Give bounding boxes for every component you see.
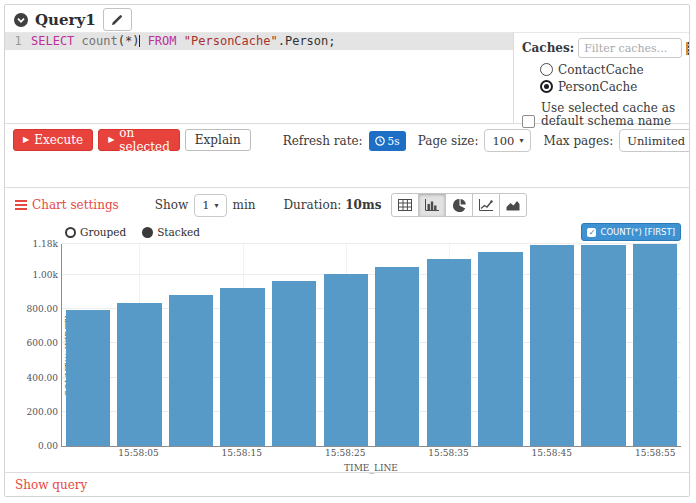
bar-chart-icon (425, 199, 439, 211)
clock-icon (375, 136, 385, 146)
cache-option-contactcache[interactable]: ContactCache (540, 61, 681, 78)
refresh-rate-button[interactable]: 5s (369, 131, 406, 151)
chevron-down-icon: ▾ (215, 201, 219, 210)
x-tick-label: 15:58:55 (635, 448, 675, 458)
play-icon: ▶ (108, 136, 114, 144)
chart-type-area-button[interactable] (499, 193, 527, 217)
show-label: Show (155, 198, 188, 212)
query-section: 1 SELECT count(*) FROM "PersonCache".Per… (5, 33, 689, 123)
check-icon: ✓ (587, 228, 596, 237)
table-icon (398, 199, 412, 211)
sql-code: SELECT count(*) FROM "PersonCache".Perso… (31, 33, 336, 50)
bar[interactable] (66, 310, 110, 446)
y-tick-label: 200.00 (14, 407, 58, 417)
chevron-down-circle-icon[interactable] (14, 13, 28, 27)
x-tick-label: 15:58:35 (428, 448, 468, 458)
line-number: 1 (5, 33, 31, 50)
bar-slot (629, 244, 681, 446)
x-axis-labels: 15:58:0515:58:1515:58:2515:58:3515:58:45… (61, 448, 681, 461)
query-title: Query1 (35, 11, 96, 29)
execute-button[interactable]: ▶ Execute (13, 129, 93, 151)
bar-slot (475, 244, 527, 446)
max-pages-label: Max pages: (543, 134, 613, 148)
caches-panel: Caches: ContactCachePersonCache Use sele… (513, 33, 689, 123)
plot-wrapper: COUNT(*) [FIRST] 0.00200.00400.00600.008… (61, 244, 681, 447)
show-duration-select[interactable]: 1▾ (194, 194, 226, 217)
bar-slot (578, 244, 630, 446)
chart-type-table-button[interactable] (391, 193, 419, 217)
footer-row: Show query (5, 472, 689, 497)
x-axis-title: TIME_LINE (61, 463, 681, 473)
default-schema-label: Use selected cache as default schema nam… (541, 102, 681, 128)
bar[interactable] (272, 281, 316, 446)
sql-editor[interactable]: 1 SELECT count(*) FROM "PersonCache".Per… (5, 33, 513, 123)
x-tick-label: 15:58:15 (222, 448, 262, 458)
bar[interactable] (427, 259, 471, 446)
bar-slot (165, 244, 217, 446)
bar-slot (423, 244, 475, 446)
pencil-icon (111, 14, 123, 26)
chart-type-pie-button[interactable] (445, 193, 473, 217)
legend-grouped[interactable]: Grouped (65, 226, 126, 238)
bar[interactable] (633, 244, 677, 446)
radio-icon[interactable] (540, 63, 553, 76)
bar[interactable] (117, 303, 161, 446)
cache-stack-icon[interactable] (686, 42, 690, 55)
cache-option-label: PersonCache (558, 80, 637, 94)
bar[interactable] (375, 267, 419, 446)
area-chart-icon (506, 199, 520, 211)
refresh-rate-label: Refresh rate: (283, 134, 363, 148)
bar-slot (268, 244, 320, 446)
duration-label: Duration: (284, 198, 342, 212)
bar[interactable] (220, 288, 264, 446)
radio-selected-icon[interactable] (540, 80, 553, 93)
chevron-down-icon: ▾ (519, 136, 523, 145)
edit-query-button[interactable] (103, 8, 132, 31)
bar[interactable] (169, 295, 213, 446)
hamburger-icon (15, 198, 27, 212)
controls-row: ▶ Execute ▶ Execute on selected node Exp… (5, 123, 689, 187)
bar-slot (526, 244, 578, 446)
chart-type-button-group (391, 193, 527, 217)
play-icon: ▶ (23, 136, 29, 144)
duration-value: 10ms (345, 198, 381, 212)
bar-slot (114, 244, 166, 446)
chart-settings-toggle[interactable]: Chart settings (15, 198, 119, 212)
bar-slot (371, 244, 423, 446)
x-tick-label: 15:58:45 (532, 448, 572, 458)
y-tick-label: 600.00 (14, 338, 58, 348)
bar[interactable] (478, 252, 522, 446)
max-pages-select[interactable]: Unlimited▾ (619, 129, 690, 152)
y-tick-label: 400.00 (14, 373, 58, 383)
bar[interactable] (530, 245, 574, 446)
bars (62, 244, 681, 446)
y-tick-label: 0.00 (14, 441, 58, 451)
cache-option-personcache[interactable]: PersonCache (540, 78, 681, 95)
chart-type-line-button[interactable] (472, 193, 500, 217)
cache-options: ContactCachePersonCache (540, 61, 681, 95)
caches-label: Caches: (522, 41, 574, 55)
y-tick-label: 800.00 (14, 304, 58, 314)
line-chart-icon (479, 199, 493, 211)
y-tick-label: 1.00k (14, 270, 58, 280)
cache-filter-input[interactable] (578, 38, 682, 58)
sql-code-line[interactable]: 1 SELECT count(*) FROM "PersonCache".Per… (5, 33, 513, 50)
legend-stacked[interactable]: Stacked (142, 226, 200, 238)
y-tick-label: 1.18k (14, 239, 58, 249)
bar-slot (217, 244, 269, 446)
show-unit: min (233, 198, 256, 212)
bar[interactable] (581, 245, 625, 446)
query-panel: Query1 1 SELECT count(*) FROM "PersonCac… (4, 4, 690, 497)
chart-type-bar-button[interactable] (418, 193, 446, 217)
chart-area: Grouped Stacked ✓ COUNT(*) [FIRST] COUNT… (5, 222, 689, 472)
show-query-link[interactable]: Show query (15, 478, 87, 492)
series-toggle-button[interactable]: ✓ COUNT(*) [FIRST] (581, 223, 681, 241)
bar-slot (62, 244, 114, 446)
explain-button[interactable]: Explain (185, 129, 251, 151)
bar[interactable] (324, 274, 368, 446)
execute-on-node-button[interactable]: ▶ Execute on selected node (98, 129, 180, 151)
grouped-radio-icon (65, 227, 76, 238)
page-size-select[interactable]: 100▾ (484, 129, 531, 152)
page-size-label: Page size: (418, 134, 479, 148)
default-schema-checkbox[interactable] (522, 115, 535, 128)
